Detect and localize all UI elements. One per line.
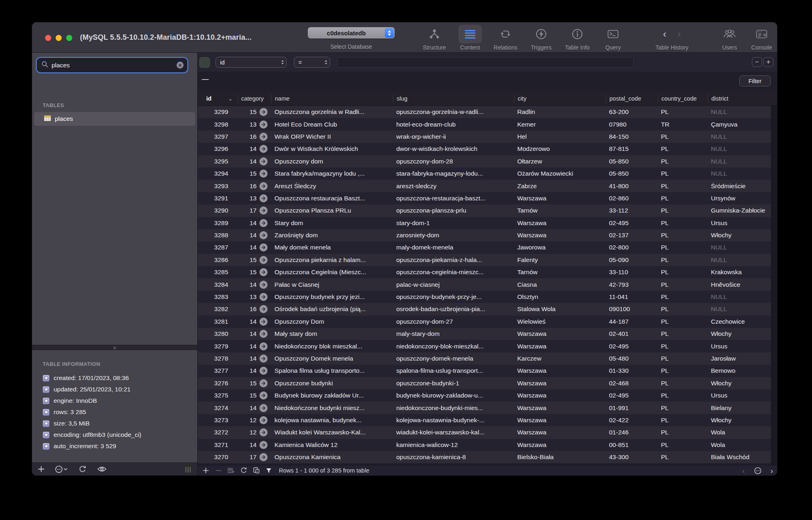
cell-district[interactable]: Włochy (708, 330, 777, 337)
page-jump-button[interactable] (754, 467, 762, 475)
table-row[interactable]: 329716Wrak ORP Wicher IIwrak-orp-wicher-… (198, 131, 777, 143)
cell-slug[interactable]: maly-domek-menela (393, 244, 514, 251)
cell-district[interactable]: Włochy (708, 417, 777, 424)
table-row[interactable]: 329614Dwòr w Wistkach Kròlewskichdwor-w-… (198, 143, 777, 155)
cell-category[interactable]: 12 (238, 416, 271, 424)
cell-district[interactable]: NULL (708, 108, 777, 116)
foreign-key-link-button[interactable] (259, 268, 268, 276)
cell-city[interactable]: Stalowa Wola (514, 305, 606, 313)
foreign-key-link-button[interactable] (259, 355, 268, 363)
copy-export-button[interactable] (252, 467, 261, 474)
cell-city[interactable]: Ciasna (514, 281, 606, 288)
cell-slug[interactable]: spalona-filma-uslug-transport... (393, 367, 514, 374)
column-header-postal_code[interactable]: postal_code (606, 95, 658, 103)
foreign-key-link-button[interactable] (259, 330, 268, 338)
table-row[interactable]: 327615Opuszczone budynkiopuszczone-budyn… (198, 377, 777, 389)
cell-name[interactable]: Spalona filma usług transporto... (271, 367, 393, 374)
cell-district[interactable]: Jarosław (708, 355, 777, 362)
filter-value-input[interactable] (337, 57, 634, 68)
cell-postal_code[interactable]: 02-860 (606, 195, 658, 202)
filter-column-select[interactable]: id (216, 57, 287, 68)
cell-name[interactable]: Opuszczona Plansza PRLu (271, 207, 393, 214)
cell-id[interactable]: 3280 (203, 330, 238, 337)
cell-district[interactable]: NULL (708, 293, 777, 301)
foreign-key-link-button[interactable] (259, 120, 268, 129)
cell-country_code[interactable]: PL (658, 145, 708, 153)
cell-category[interactable]: 14 (238, 441, 271, 449)
cell-country_code[interactable]: PL (658, 108, 708, 116)
cell-city[interactable]: Warszawa (514, 429, 606, 436)
delete-row-button[interactable] (214, 467, 223, 474)
cell-slug[interactable]: opuszczony-dom-27 (393, 318, 514, 325)
cell-name[interactable]: Stary dom (271, 219, 393, 227)
cell-district[interactable]: NULL (708, 244, 777, 251)
cell-category[interactable]: 14 (238, 342, 271, 350)
cell-country_code[interactable]: PL (658, 404, 708, 412)
cell-district[interactable]: Włochy (708, 232, 777, 239)
cell-id[interactable]: 3275 (203, 392, 238, 399)
cell-country_code[interactable]: PL (658, 269, 708, 276)
cell-id[interactable]: 3277 (203, 367, 238, 374)
cell-city[interactable]: Warszawa (514, 232, 606, 239)
filter-button[interactable]: Filter (739, 75, 771, 86)
toolbar-item-structure[interactable]: Structure (415, 25, 454, 51)
cell-category[interactable]: 14 (238, 318, 271, 326)
foreign-key-link-button[interactable] (259, 441, 268, 449)
cell-id[interactable]: 3270 (203, 453, 238, 461)
cell-slug[interactable]: osrodek-badan-uzbrojenia-pia... (393, 305, 514, 313)
cell-city[interactable]: Warszawa (514, 417, 606, 424)
cell-slug[interactable]: stary-dom-1 (393, 219, 514, 227)
table-row[interactable]: 329915Opuszczona gorzelnia w Radli...opu… (198, 106, 777, 118)
cell-district[interactable]: Wola (708, 429, 777, 436)
cell-name[interactable]: Opuszczona gorzelnia w Radli... (271, 108, 393, 116)
cell-postal_code[interactable]: 02-468 (606, 380, 658, 387)
cell-slug[interactable]: opuszczona-piekarnia-z-hala... (393, 256, 514, 264)
cell-name[interactable]: Opuszczona Kamienica (271, 453, 393, 461)
cell-slug[interactable]: palac-w-ciasnej (393, 281, 514, 288)
cell-district[interactable]: Biała Wschód (708, 453, 777, 461)
cell-city[interactable]: Warszawa (514, 380, 606, 387)
cell-slug[interactable]: kolejowa-nastawnia-budynek-... (393, 417, 514, 424)
cell-name[interactable]: Mały stary dom (271, 330, 393, 337)
cell-slug[interactable]: stara-fabryka-magazyny-lodu... (393, 170, 514, 177)
cell-district[interactable]: Krakowska (708, 269, 777, 276)
cell-slug[interactable]: wiadukt-kolei-warszawsko-kal... (393, 429, 514, 436)
remove-filter-button[interactable]: − (752, 57, 762, 67)
table-row[interactable]: 327914Niedokończony blok mieszkal...nied… (198, 340, 777, 352)
search-input[interactable] (52, 62, 177, 69)
cell-country_code[interactable]: PL (658, 355, 708, 362)
table-row[interactable]: 328914Stary domstary-dom-1Warszawa02-495… (198, 217, 777, 229)
history-forward-icon[interactable]: › (678, 28, 681, 40)
table-row[interactable]: 329514Opuszczony domopuszczony-dom-28Ołt… (198, 155, 777, 168)
cell-id[interactable]: 3282 (203, 305, 238, 313)
cell-district[interactable]: NULL (708, 305, 777, 313)
cell-country_code[interactable]: PL (658, 429, 708, 436)
cell-city[interactable]: Warszawa (514, 330, 606, 337)
table-row[interactable]: 327714Spalona filma usług transporto...s… (198, 365, 777, 377)
table-row[interactable]: 328313Opuszczony budynek przy jezi...opu… (198, 291, 777, 303)
table-row[interactable]: 327212Wiadukt kolei Warszawsko-Kal...wia… (198, 426, 777, 438)
cell-category[interactable]: 15 (238, 256, 271, 264)
foreign-key-link-button[interactable] (259, 281, 268, 289)
cell-id[interactable]: 3285 (203, 269, 238, 276)
filter-funnel-icon[interactable] (264, 467, 273, 474)
cell-slug[interactable]: opuszczona-plansza-prlu (393, 207, 514, 214)
table-row[interactable]: 329415Stara fabryka/magazyny lodu ,...st… (198, 168, 777, 180)
cell-slug[interactable]: opuszczony-budynek-przy-je... (393, 293, 514, 301)
cell-name[interactable]: Opuszczona piekarnia z halam... (271, 256, 393, 264)
cell-city[interactable]: Hel (514, 133, 606, 140)
table-row[interactable]: 327114Kamienica Waliców 12kamienica-wali… (198, 439, 777, 451)
cell-city[interactable]: Radlin (514, 108, 606, 116)
column-header-category[interactable]: category (238, 95, 271, 103)
cell-country_code[interactable]: PL (658, 183, 708, 190)
add-filter-button[interactable]: + (763, 57, 773, 67)
foreign-key-link-button[interactable] (259, 453, 268, 461)
cell-id[interactable]: 3287 (203, 244, 238, 251)
cell-category[interactable]: 17 (238, 206, 271, 215)
cell-country_code[interactable]: PL (658, 343, 708, 350)
cell-name[interactable]: Wiadukt kolei Warszawsko-Kal... (271, 429, 393, 436)
table-row[interactable]: 327414Niedokończone budynki miesz...nied… (198, 402, 777, 414)
table-row[interactable]: 328714Mały domek menelamaly-domek-menela… (198, 241, 777, 254)
duplicate-row-button[interactable] (227, 467, 235, 474)
table-row[interactable]: 328814Zarośnięty domzarosniety-domWarsza… (198, 229, 777, 241)
